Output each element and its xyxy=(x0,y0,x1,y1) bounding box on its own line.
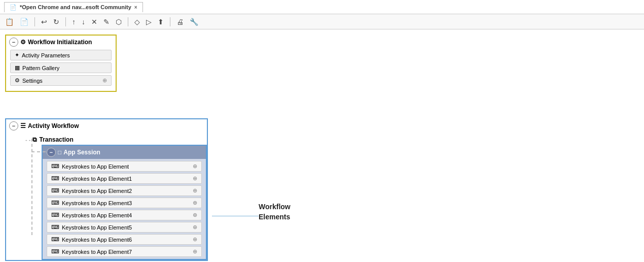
toolbar-diamond-btn[interactable]: ◇ xyxy=(132,17,142,27)
toolbar-delete-btn[interactable]: ✕ xyxy=(89,17,99,27)
keystroke-icon-7: ⌨ xyxy=(51,248,59,255)
toolbar-redo-btn[interactable]: ↻ xyxy=(51,17,61,27)
toolbar-edit-btn[interactable]: ✎ xyxy=(101,17,112,27)
transaction-node: - - ⧉ Transaction − □ App Session ⌨ Keys… xyxy=(21,135,207,260)
workflow-init-icon: ⚙ xyxy=(20,39,26,46)
app-session-box: − □ App Session ⌨ Keystrokes to App Elem… xyxy=(42,145,207,260)
settings-icon: ⚙ xyxy=(15,77,20,84)
keystroke-pin-3: ⊕ xyxy=(193,200,197,206)
keystroke-item-5[interactable]: ⌨ Keystrokes to App Element5 ⊕ xyxy=(47,222,202,233)
toolbar: 📋 📄 ↩ ↻ ↑ ↓ ✕ ✎ ⬡ ◇ ▷ ⬆ 🖨 🔧 xyxy=(0,14,644,29)
activity-param-icon: ✦ xyxy=(15,52,19,58)
keystroke-item-3[interactable]: ⌨ Keystrokes to App Element3 ⊕ xyxy=(47,198,202,208)
title-bar: 📄 *Open Chrome and nav...esoft Community… xyxy=(0,0,644,14)
keystroke-item-1[interactable]: ⌨ Keystrokes to App Element1 ⊕ xyxy=(47,173,202,184)
keystroke-pin-2: ⊕ xyxy=(193,187,197,194)
active-tab[interactable]: 📄 *Open Chrome and nav...esoft Community… xyxy=(4,2,143,12)
keystroke-pin-5: ⊕ xyxy=(193,224,197,231)
workflow-elements-line2: Elements xyxy=(259,212,291,222)
transaction-title: Transaction xyxy=(39,136,73,143)
pattern-gallery-label: Pattern Gallery xyxy=(22,65,59,71)
annotation-line xyxy=(212,216,259,216)
keystroke-label-6: Keystrokes to App Element6 xyxy=(62,237,132,243)
keystroke-label-4: Keystrokes to App Element4 xyxy=(62,212,132,218)
app-session-collapse[interactable]: − xyxy=(47,148,56,157)
workflow-init-box: − ⚙ Workflow Initialization ✦ Activity P… xyxy=(5,35,117,92)
app-session-icon: □ xyxy=(58,149,61,156)
toolbar-sep-2 xyxy=(65,17,66,26)
workflow-init-collapse[interactable]: − xyxy=(9,38,18,47)
canvas: − ⚙ Workflow Initialization ✦ Activity P… xyxy=(0,29,644,262)
activity-parameters-btn[interactable]: ✦ Activity Parameters xyxy=(10,50,112,60)
keystroke-label-0: Keystrokes to App Element xyxy=(62,163,129,170)
tab-close-button[interactable]: × xyxy=(134,5,137,10)
toolbar-up-btn[interactable]: ↑ xyxy=(70,17,78,27)
app-session-header: − □ App Session xyxy=(43,146,206,159)
tab-label: *Open Chrome and nav...esoft Community xyxy=(20,4,131,10)
activity-workflow-box: − ☰ Activity Workflow - - ⧉ Transaction … xyxy=(5,118,208,261)
toolbar-copy-btn[interactable]: 📋 xyxy=(3,17,16,27)
keystroke-item-6[interactable]: ⌨ Keystrokes to App Element6 ⊕ xyxy=(47,234,202,245)
keystroke-pin-6: ⊕ xyxy=(193,236,197,243)
toolbar-hex-btn[interactable]: ⬡ xyxy=(114,17,124,27)
keystroke-label-7: Keystrokes to App Element7 xyxy=(62,249,132,255)
settings-label: Settings xyxy=(22,78,43,84)
toolbar-sep-4 xyxy=(170,17,170,26)
keystroke-item-7[interactable]: ⌨ Keystrokes to App Element7 ⊕ xyxy=(47,246,202,257)
keystroke-icon-4: ⌨ xyxy=(51,212,59,218)
workflow-init-header: − ⚙ Workflow Initialization xyxy=(6,36,116,49)
keystroke-pin-1: ⊕ xyxy=(193,175,197,182)
toolbar-down-btn[interactable]: ↓ xyxy=(80,17,87,27)
activity-workflow-collapse[interactable]: − xyxy=(9,121,18,130)
toolbar-run-btn[interactable]: ▷ xyxy=(144,17,154,27)
keystroke-pin-7: ⊕ xyxy=(193,248,197,255)
toolbar-upload-btn[interactable]: ⬆ xyxy=(156,17,166,27)
keystroke-label-1: Keystrokes to App Element1 xyxy=(62,176,132,182)
toolbar-settings-btn[interactable]: 🔧 xyxy=(188,17,200,27)
toolbar-sep-1 xyxy=(34,17,35,26)
activity-workflow-header: − ☰ Activity Workflow xyxy=(6,119,207,133)
pattern-gallery-btn[interactable]: ▦ Pattern Gallery xyxy=(10,62,112,73)
transaction-label: - - ⧉ Transaction xyxy=(21,135,207,145)
toolbar-new-btn[interactable]: 📄 xyxy=(18,17,30,27)
keystroke-icon-3: ⌨ xyxy=(51,200,59,206)
keystroke-label-5: Keystrokes to App Element5 xyxy=(62,224,132,231)
keystroke-icon-5: ⌨ xyxy=(51,224,59,231)
keystroke-label-3: Keystrokes to App Element3 xyxy=(62,200,132,206)
dashed-vertical-line xyxy=(31,139,32,235)
keystroke-list: ⌨ Keystrokes to App Element ⊕ ⌨ Keystrok… xyxy=(43,159,206,259)
keystroke-pin-4: ⊕ xyxy=(193,212,197,218)
keystroke-item-0[interactable]: ⌨ Keystrokes to App Element ⊕ xyxy=(47,161,202,172)
activity-workflow-icon: ☰ xyxy=(20,122,26,129)
transaction-icon: ⧉ xyxy=(32,136,37,143)
workflow-init-title: Workflow Initialization xyxy=(28,39,92,46)
dashed-horizontal-line xyxy=(31,151,46,152)
keystroke-item-2[interactable]: ⌨ Keystrokes to App Element2 ⊕ xyxy=(47,185,202,196)
keystroke-item-4[interactable]: ⌨ Keystrokes to App Element4 ⊕ xyxy=(47,210,202,220)
workflow-elements-line1: Workflow xyxy=(259,202,291,212)
keystroke-icon-0: ⌨ xyxy=(51,163,59,170)
tab-icon: 📄 xyxy=(10,4,17,11)
activity-param-label: Activity Parameters xyxy=(22,52,70,58)
keystroke-icon-2: ⌨ xyxy=(51,187,59,194)
toolbar-print-btn[interactable]: 🖨 xyxy=(174,17,186,27)
workflow-elements-annotation: Workflow Elements xyxy=(259,202,291,222)
workflow-init-items: ✦ Activity Parameters ▦ Pattern Gallery … xyxy=(6,49,116,87)
app-session-title: App Session xyxy=(63,149,100,156)
settings-btn[interactable]: ⚙ Settings ⊕ xyxy=(10,75,112,86)
transaction-dash: - - xyxy=(25,137,30,143)
pattern-gallery-icon: ▦ xyxy=(15,64,20,71)
toolbar-sep-3 xyxy=(128,17,128,26)
keystroke-pin-0: ⊕ xyxy=(193,163,197,170)
keystroke-label-2: Keystrokes to App Element2 xyxy=(62,188,132,194)
keystroke-icon-1: ⌨ xyxy=(51,175,59,182)
toolbar-undo-btn[interactable]: ↩ xyxy=(39,17,49,27)
activity-workflow-title: Activity Workflow xyxy=(28,122,79,129)
keystroke-icon-6: ⌨ xyxy=(51,236,59,243)
settings-pin-icon: ⊕ xyxy=(102,77,107,84)
